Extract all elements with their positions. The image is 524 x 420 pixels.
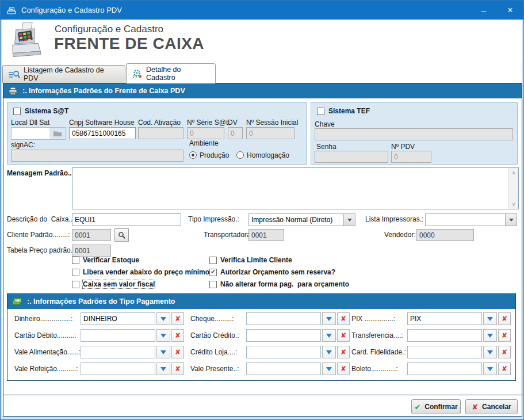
libera-vender-abaixo-checkbox[interactable]: [72, 269, 79, 276]
radio-producao[interactable]: [189, 151, 197, 159]
dropdown-arrow-icon[interactable]: [483, 312, 497, 325]
gears-icon: [132, 69, 143, 78]
autorizar-orcamento-checkbox[interactable]: [209, 269, 217, 276]
footer-divider: [3, 395, 522, 395]
lista-impressoras-label: Lista Impressoras.:: [365, 215, 423, 223]
pay-credito-loja-input[interactable]: [246, 346, 321, 358]
scroll-up-icon[interactable]: ∧: [509, 168, 518, 177]
chave-field: [315, 128, 513, 140]
dropdown-arrow-icon[interactable]: [483, 329, 497, 342]
clear-x-icon[interactable]: ✘: [337, 312, 350, 325]
pay-transferencia-input[interactable]: [407, 329, 482, 342]
clear-x-icon[interactable]: ✘: [498, 362, 511, 375]
dropdown-arrow-icon[interactable]: [483, 362, 497, 375]
pay-credito-loja-label: Crédito Loja....:: [190, 348, 246, 356]
pay-dinheiro-label: Dinheiro................:: [14, 315, 81, 323]
mensagem-padrao-label: Mensagem Padrão..:: [7, 169, 74, 177]
check-icon: ✔: [414, 403, 420, 411]
nao-alterar-forma-pag-checkbox[interactable]: [209, 281, 217, 288]
clear-x-icon[interactable]: ✘: [171, 362, 184, 375]
clear-x-icon[interactable]: ✘: [337, 329, 350, 342]
dropdown-arrow-icon[interactable]: [322, 362, 336, 375]
verificar-estoque-checkbox[interactable]: [72, 257, 79, 264]
dropdown-arrow-icon[interactable]: [322, 346, 336, 358]
search-button[interactable]: [114, 228, 129, 242]
clear-x-icon[interactable]: ✘: [337, 346, 350, 358]
textarea-scrollbar[interactable]: ∧ ∨: [508, 168, 518, 209]
clear-x-icon[interactable]: ✘: [498, 312, 511, 325]
clear-x-icon[interactable]: ✘: [337, 362, 350, 375]
caixa-sem-valor-fiscal-checkbox[interactable]: [72, 281, 79, 288]
clear-x-icon[interactable]: ✘: [171, 329, 184, 342]
dropdown-arrow-icon[interactable]: [156, 362, 170, 375]
clear-x-icon[interactable]: ✘: [171, 346, 184, 358]
minimize-button[interactable]: –: [471, 1, 497, 20]
sistema-tef-checkbox[interactable]: [317, 108, 324, 115]
cnpj-input[interactable]: [69, 127, 136, 139]
pay-dinheiro-input[interactable]: [81, 312, 155, 325]
close-button[interactable]: ×: [497, 1, 523, 20]
pay-card-fidelidade-input[interactable]: [407, 346, 482, 358]
pay-vale-presente-label: Vale Presente..:: [190, 365, 246, 373]
pay-vale-alimentacao-row: Vale Alimentação......: ✘: [14, 346, 184, 358]
local-dll-input[interactable]: [12, 128, 49, 139]
tab-detalhe-do-cadastro[interactable]: Detalhe do Cadastro: [126, 63, 216, 83]
pay-boleto-label: Boleto.............:: [351, 365, 407, 373]
pay-pix-row: PIX ...............: ✘: [351, 312, 511, 325]
dropdown-arrow-icon[interactable]: [156, 329, 170, 342]
signac-label: signAC:: [11, 141, 35, 149]
folder-icon[interactable]: [49, 128, 66, 139]
section-header-tipo-pagamento: :. Informações Padrões do Tipo Pagamento: [7, 294, 515, 309]
clear-x-icon[interactable]: ✘: [498, 329, 511, 342]
pay-card-fidelidade-row: Card. Fidelidade.: ✘: [351, 346, 511, 358]
chevron-down-icon[interactable]: [505, 214, 517, 226]
tef-panel: Sistema TEF Chave Senha Nº PDV 0: [311, 102, 518, 165]
dropdown-arrow-icon[interactable]: [483, 346, 497, 358]
sistema-tef-label: Sistema TEF: [328, 107, 370, 115]
radio-homologacao[interactable]: [236, 151, 244, 159]
chave-label: Chave: [315, 120, 335, 128]
clear-x-icon[interactable]: ✘: [171, 312, 184, 325]
vendedor-field: 0000: [416, 229, 474, 241]
pay-boleto-input[interactable]: [407, 362, 482, 375]
serie-sat-field: 0: [187, 127, 224, 139]
verifica-limite-cliente-checkbox[interactable]: [209, 257, 217, 264]
confirmar-button[interactable]: ✔ Confirmar: [411, 399, 461, 414]
pay-cartao-debito-row: Cartão Débito.........: ✘: [14, 329, 184, 342]
pay-vale-refeicao-input[interactable]: [81, 362, 155, 375]
pay-pix-input[interactable]: [407, 312, 482, 325]
cancelar-button[interactable]: ✘ Cancelar: [465, 399, 518, 414]
dropdown-arrow-icon[interactable]: [322, 312, 336, 325]
tab-listagem-cadastro-pdv[interactable]: Listagem de Cadastro de PDV: [2, 65, 125, 83]
pay-cartao-debito-input[interactable]: [81, 329, 155, 342]
senha-field: [315, 151, 388, 163]
scroll-down-icon[interactable]: ∨: [509, 200, 518, 209]
descricao-caixa-input[interactable]: [72, 213, 181, 226]
tipo-impressao-input[interactable]: [249, 214, 343, 226]
pay-boleto-row: Boleto.............: ✘: [351, 362, 511, 375]
pay-vale-alimentacao-input[interactable]: [81, 346, 155, 358]
app-window: Configuração e Cadastro PDV – × C: [0, 0, 524, 420]
chevron-down-icon[interactable]: [343, 214, 355, 226]
pay-transferencia-row: Transferencia....: ✘: [351, 329, 511, 342]
sistema-sat-checkbox[interactable]: [13, 108, 21, 115]
pay-cheque-input[interactable]: [246, 312, 321, 325]
nao-alterar-forma-pag-label: Não alterar forma pag. para orçamento: [220, 280, 349, 288]
dropdown-arrow-icon[interactable]: [322, 329, 336, 342]
pay-cartao-credito-input[interactable]: [246, 329, 321, 342]
tipo-impressao-label: Tipo Impressão.:: [188, 215, 239, 223]
dropdown-arrow-icon[interactable]: [156, 346, 170, 358]
ambiente-label: Ambiente: [189, 139, 219, 147]
clear-x-icon[interactable]: ✘: [498, 346, 511, 358]
dv-label: DV: [228, 119, 238, 127]
mensagem-padrao-textarea[interactable]: [72, 168, 508, 209]
sessao-inicial-field: 0: [246, 127, 294, 139]
dropdown-arrow-icon[interactable]: [156, 312, 170, 325]
lista-impressoras-input[interactable]: [426, 214, 505, 226]
pay-card-fidelidade-label: Card. Fidelidade.:: [351, 348, 407, 356]
serie-sat-label: Nº Série S@t: [187, 119, 228, 127]
num-pdv-label: Nº PDV: [391, 143, 415, 151]
pay-vale-presente-input[interactable]: [246, 362, 321, 375]
title-bar: Configuração e Cadastro PDV – ×: [1, 1, 523, 20]
pay-cartao-credito-label: Cartão Crédito.:: [190, 331, 246, 339]
